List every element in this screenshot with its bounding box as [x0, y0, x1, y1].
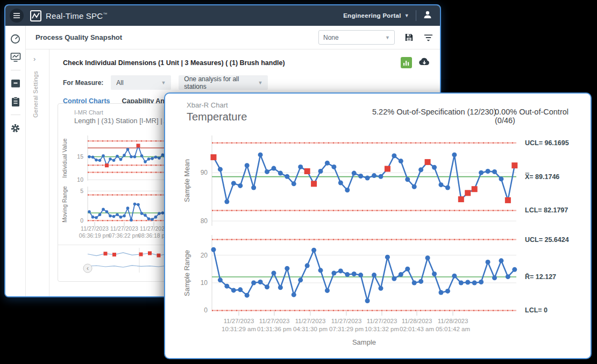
svg-text:11/27/202304:31:30 pm: 11/27/202304:31:30 pm — [293, 318, 328, 332]
svg-text:Individual Value: Individual Value — [61, 138, 68, 178]
chart-export-button[interactable] — [401, 57, 412, 68]
download-button[interactable] — [418, 58, 430, 68]
xbar-sample-range-chart[interactable]: 01020Sample RangeUCL= 25.6424R̄= 12.127L… — [179, 231, 587, 354]
clipboard-icon — [11, 97, 20, 107]
portal-switcher[interactable]: Engineering Portal ▼ — [343, 12, 409, 19]
cloud-download-icon — [418, 58, 430, 66]
xbar-chart-type-label: Xbar-R Chart — [187, 101, 228, 109]
trademark: ™ — [103, 12, 107, 17]
chevron-down-icon: ▼ — [404, 13, 409, 18]
svg-text:0: 0 — [80, 217, 83, 224]
analysis-scope-dropdown[interactable]: One analysis for all stations ▼ — [179, 75, 268, 90]
out-of-spec-stat: 5.22% Out-of-Specification (12/230) — [372, 108, 496, 116]
screen: Real-Time SPC™ Engineering Portal ▼ — [0, 0, 597, 364]
app-brand: Real-Time SPC™ — [46, 11, 107, 20]
hamburger-menu-button[interactable] — [10, 9, 24, 23]
sidebar-item-archive[interactable] — [10, 78, 21, 89]
svg-text:LCL= 82.1797: LCL= 82.1797 — [525, 206, 568, 214]
top-navigation-bar: Real-Time SPC™ Engineering Portal ▼ — [5, 5, 440, 26]
gear-icon — [10, 123, 20, 133]
sidebar-item-settings[interactable] — [10, 123, 21, 133]
topbar-divider — [416, 10, 416, 21]
svg-text:10: 10 — [77, 176, 83, 183]
filter-button[interactable] — [423, 32, 433, 43]
chevron-down-icon: ▼ — [258, 80, 262, 85]
bar-chart-icon — [403, 60, 410, 66]
rail-divider — [11, 70, 20, 70]
xbar-sample-mean-chart[interactable]: 8090Sample MeanUCL= 96.1695X̿= 89.1746LC… — [179, 130, 587, 235]
monitor-chart-icon — [10, 52, 21, 62]
svg-text:10: 10 — [201, 279, 208, 287]
svg-text:R̄= 12.127: R̄= 12.127 — [525, 273, 556, 281]
preset-dropdown[interactable]: None ▼ — [318, 30, 395, 45]
svg-text:11/28/202305:01:42 am: 11/28/202305:01:42 am — [436, 318, 470, 332]
analysis-scope-value: One analysis for all stations — [184, 75, 258, 90]
svg-text:11/27/202310:31:29 am: 11/27/202310:31:29 am — [222, 318, 256, 332]
sidebar-item-monitoring[interactable] — [10, 52, 21, 62]
svg-text:11/27/202307:36:22 pm: 11/27/202307:36:22 pm — [109, 225, 140, 239]
svg-text:Sample Range: Sample Range — [183, 250, 191, 296]
svg-text:Sample Mean: Sample Mean — [183, 159, 191, 202]
svg-text:0: 0 — [204, 306, 208, 314]
preset-dropdown-value: None — [323, 34, 339, 41]
for-measure-label: For Measure: — [63, 79, 103, 87]
page-title: Process Quality Snapshot — [35, 33, 122, 41]
xbar-chart-title: Temperature — [187, 111, 247, 123]
general-settings-rail: › General Settings — [26, 49, 49, 297]
svg-text:UCL= 96.1695: UCL= 96.1695 — [525, 139, 569, 147]
hamburger-icon — [13, 12, 20, 19]
svg-text:11/27/202310:31:32 pm: 11/27/202310:31:32 pm — [365, 318, 399, 332]
svg-text:15: 15 — [77, 153, 83, 160]
sidebar-item-reports[interactable] — [10, 96, 21, 107]
dashboard-gauge-icon — [10, 34, 20, 44]
svg-text:11/27/202301:31:36 pm: 11/27/202301:31:36 pm — [257, 318, 292, 332]
user-account-button[interactable] — [423, 10, 432, 22]
measure-dropdown-value: All — [116, 79, 123, 87]
measure-dropdown[interactable]: All ▼ — [111, 75, 171, 90]
svg-text:LCL= 0: LCL= 0 — [525, 306, 548, 314]
filter-icon — [424, 33, 433, 41]
svg-text:11/27/202306:36:19 pm: 11/27/202306:36:19 pm — [79, 225, 111, 239]
svg-text:90: 90 — [201, 169, 208, 176]
svg-text:Sample: Sample — [352, 338, 376, 346]
svg-text:Moving Range: Moving Range — [61, 186, 68, 223]
save-button[interactable] — [403, 32, 414, 43]
svg-text:‹: ‹ — [87, 265, 89, 272]
left-icon-rail — [5, 26, 26, 297]
svg-text:5: 5 — [80, 188, 83, 194]
app-logo-icon — [30, 10, 41, 22]
imr-chart-type-label: I-MR Chart — [74, 109, 103, 116]
sidebar-item-dashboard[interactable] — [10, 33, 21, 44]
out-of-control-stat: 0.00% Out-of-Control (0/46) — [495, 108, 591, 125]
svg-text:X̿= 89.1746: X̿= 89.1746 — [525, 173, 559, 181]
page-header: Process Quality Snapshot None ▼ — [26, 26, 441, 49]
portal-label: Engineering Portal — [343, 12, 401, 19]
save-icon — [404, 33, 414, 42]
collapse-panel-chevron[interactable]: › — [33, 55, 35, 63]
analysis-heading: Check Individual Dimensions (1 Unit | 3 … — [63, 59, 285, 67]
xbar-window: Xbar-R Chart Temperature 5.22% Out-of-Sp… — [164, 92, 592, 359]
general-settings-label: General Settings — [32, 71, 39, 118]
svg-text:11/27/202307:31:29 pm: 11/27/202307:31:29 pm — [329, 318, 364, 332]
svg-text:80: 80 — [201, 217, 208, 225]
archive-box-icon — [11, 79, 20, 88]
chevron-down-icon: ▼ — [385, 35, 390, 40]
svg-text:11/28/202302:01:43 am: 11/28/202302:01:43 am — [400, 318, 434, 332]
svg-text:UCL= 25.6424: UCL= 25.6424 — [525, 236, 569, 244]
user-icon — [423, 10, 432, 19]
chevron-down-icon: ▼ — [161, 80, 166, 85]
svg-text:20: 20 — [201, 252, 208, 259]
rail-divider — [11, 115, 20, 115]
